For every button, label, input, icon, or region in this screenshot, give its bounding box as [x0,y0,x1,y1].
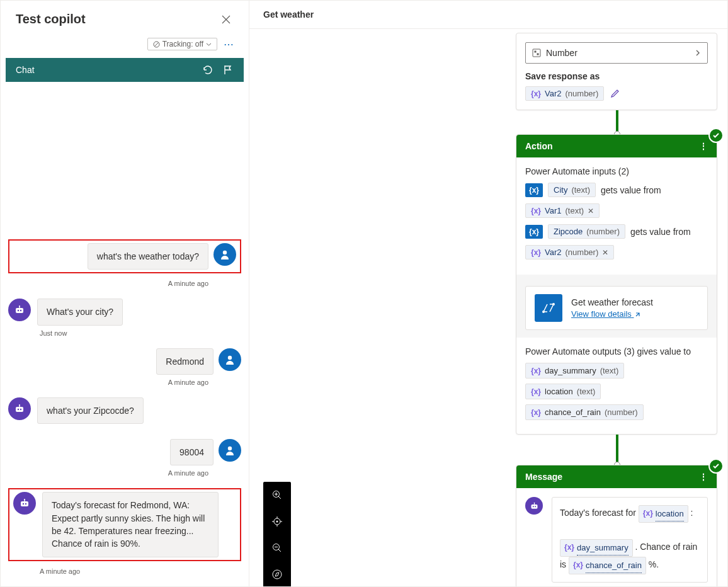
recenter-button[interactable] [263,508,291,535]
close-button[interactable] [219,12,234,30]
avatar-bot [8,299,31,321]
variable-chip-var2[interactable]: {x} Var2 (number) ✕ [525,245,614,259]
identify-type-select[interactable]: Number [525,42,708,64]
svg-rect-25 [531,504,537,509]
avatar-user [219,348,241,371]
chat-transcript: what's the weather today? A minute ago W… [1,82,249,587]
timestamp: A minute ago [8,567,241,575]
tracking-toggle[interactable]: Tracking: off [147,38,217,50]
action-node-title: Action [525,141,553,151]
entity-icon [532,48,541,57]
chat-message-user: 98004 [8,439,241,465]
chat-message-bot: Today's forecast for Redmond, WA: Expect… [13,492,236,557]
test-panel-title: Test copilot [16,12,86,26]
variable-chip-var1[interactable]: {x} Var1 (text) ✕ [525,203,600,218]
svg-point-2 [223,251,227,254]
svg-point-5 [20,310,21,311]
flow-title: Get weather forecast [571,297,653,307]
view-flow-link[interactable]: View flow details [571,309,641,319]
question-node[interactable]: Number Save response as {x} Var2 (number… [516,33,717,110]
flow-reference[interactable]: Get weather forecast View flow details [525,286,708,330]
status-checked-icon [708,128,724,143]
output-variable[interactable]: {x}day_summary(text) [525,363,624,379]
svg-line-31 [278,496,281,499]
timestamp: A minute ago [8,469,241,477]
reload-icon[interactable] [202,64,213,76]
timestamp: A minute ago [8,280,241,287]
action-node[interactable]: Action ⋮ Power Automate inputs (2) {x} C… [516,134,717,435]
svg-point-10 [18,409,19,410]
outputs-label: Power Automate outputs (3) gives value t… [525,346,708,356]
svg-point-24 [552,303,555,305]
chat-message-user: what's the weather today? [13,243,236,270]
bot-icon [14,304,25,316]
svg-point-43 [273,570,282,579]
bot-icon [14,403,25,414]
pencil-icon[interactable] [610,89,620,98]
status-checked-icon [708,459,724,474]
zoom-out-icon [271,542,283,554]
message-node[interactable]: Message ⋮ Today's forecast for {x}locati… [516,465,717,586]
zoom-toolbar [263,482,291,586]
svg-point-27 [535,506,536,507]
more-menu-button[interactable]: ⋯ [224,38,234,50]
external-link-icon [634,311,641,318]
svg-rect-20 [533,49,540,57]
message-node-title: Message [525,472,562,482]
compass-icon [271,569,283,580]
remove-icon[interactable]: ✕ [588,207,594,215]
tracking-off-icon [153,41,160,48]
chat-message-bot: what's your Zipcocde? [8,397,241,424]
person-icon [219,249,230,260]
node-menu-button[interactable]: ⋮ [699,472,708,482]
bot-icon [19,498,30,509]
remove-icon[interactable]: ✕ [602,248,608,257]
connector [616,110,618,134]
page-title: Get weather [249,1,727,29]
avatar-bot [8,397,31,420]
avatar-user [213,243,236,266]
variable-chip[interactable]: {x} Var2 (number) [525,86,604,101]
flow-icon [535,294,562,322]
svg-point-8 [228,355,232,359]
zoom-in-button[interactable] [263,482,291,508]
chat-header-label: Chat [16,65,35,75]
inline-variable[interactable]: {x}chance_of_rain [569,557,646,574]
svg-rect-15 [21,501,28,506]
svg-point-35 [276,521,278,523]
output-variable[interactable]: {x}chance_of_rain(number) [525,404,644,420]
flag-icon[interactable] [222,64,234,76]
avatar-bot [525,497,543,515]
inline-variable[interactable]: {x}location [639,505,688,523]
chevron-right-icon [695,50,701,56]
chat-message-bot: What's your city? [8,299,241,325]
inline-variable[interactable]: {x}day_summary [560,539,633,557]
zoom-out-button[interactable] [263,535,291,561]
test-panel: Test copilot Tracking: off ⋯ Chat [1,1,249,586]
minimap-button[interactable] [263,561,291,586]
svg-point-14 [228,447,232,450]
svg-point-17 [25,503,26,504]
chevron-down-icon [206,42,212,47]
chat-header: Chat [6,58,244,82]
output-variable[interactable]: {x}location(text) [525,384,601,399]
svg-point-19 [24,499,25,500]
chat-message-user: Redmond [8,348,241,375]
person-icon [224,354,236,365]
save-response-label: Save response as [525,71,708,81]
input-variable-zip[interactable]: {x} [525,225,543,239]
authoring-canvas-panel: Get weather Number Save response as [249,1,727,586]
inputs-label: Power Automate inputs (2) [525,166,708,176]
message-text-editor[interactable]: Today's forecast for {x}location : {x}da… [552,497,708,583]
connector [616,435,618,465]
svg-rect-9 [16,407,23,412]
target-icon [271,516,283,527]
node-menu-button[interactable]: ⋮ [699,141,708,151]
close-icon [221,14,231,25]
svg-point-26 [532,506,533,507]
avatar-user [219,439,241,462]
svg-rect-22 [537,54,539,55]
svg-rect-21 [535,51,537,53]
authoring-canvas[interactable]: Number Save response as {x} Var2 (number… [249,29,727,586]
input-variable-city[interactable]: {x} [525,183,543,197]
